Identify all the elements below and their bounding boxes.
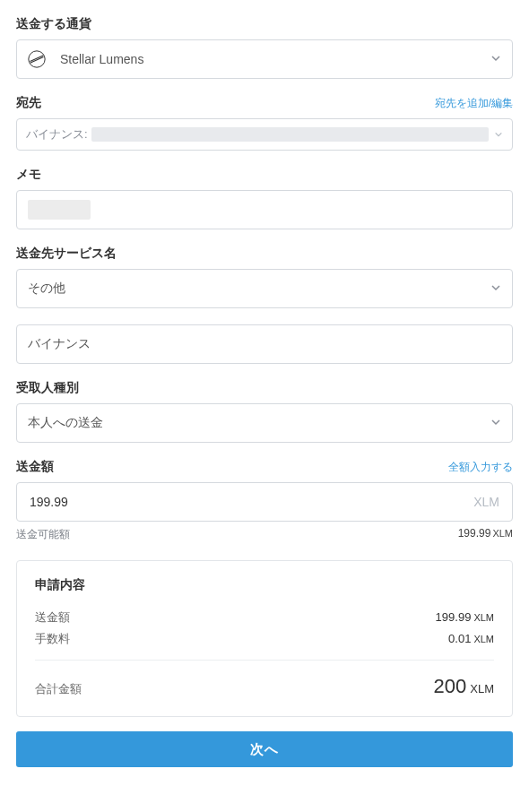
chevron-down-icon [490,281,501,297]
service-selected: その他 [28,281,490,297]
svg-point-0 [29,51,45,67]
amount-input[interactable] [30,495,473,509]
memo-input[interactable] [16,190,513,229]
memo-section: メモ [16,167,513,229]
amount-section: 送金額 全額入力する XLM 送金可能額 199.99XLM [16,459,513,542]
summary-send-label: 送金額 [35,609,70,626]
recipient-type-select[interactable]: 本人への送金 [16,403,513,443]
fill-all-link[interactable]: 全額入力する [448,460,513,475]
summary-fee-label: 手数料 [35,631,70,647]
edit-destination-link[interactable]: 宛先を追加/編集 [435,96,513,111]
recipient-type-selected: 本人への送金 [28,415,490,431]
destination-select[interactable]: バイナンス: [16,118,513,151]
memo-label: メモ [16,167,41,183]
summary-title: 申請内容 [35,577,494,593]
summary-fee-value: 0.01XLM [448,632,494,645]
destination-value-prefix: バイナンス: [26,126,88,143]
destination-section: 宛先 宛先を追加/編集 バイナンス: [16,95,513,151]
service-select[interactable]: その他 [16,269,513,308]
currency-section: 送金する通貨 Stellar Lumens [16,16,513,79]
available-balance-row: 送金可能額 199.99XLM [16,527,513,542]
service-custom-input[interactable]: バイナンス [16,324,513,364]
summary-card: 申請内容 送金額 199.99XLM 手数料 0.01XLM 合計金額 200X… [16,560,513,717]
amount-input-box[interactable]: XLM [16,482,513,522]
memo-value-redacted [28,200,91,220]
currency-label: 送金する通貨 [16,16,91,32]
summary-send-row: 送金額 199.99XLM [35,609,494,626]
summary-divider [35,660,494,661]
summary-total-row: 合計金額 200XLM [35,675,494,698]
currency-selected: Stellar Lumens [60,52,483,66]
service-custom-value: バイナンス [28,336,501,352]
summary-send-value: 199.99XLM [436,610,494,624]
chevron-down-icon [494,128,503,142]
destination-label: 宛先 [16,95,41,111]
destination-address-redacted [91,127,489,142]
recipient-type-label: 受取人種別 [16,380,79,396]
chevron-down-icon [490,415,501,431]
amount-label: 送金額 [16,459,54,475]
next-button[interactable]: 次へ [16,731,513,767]
summary-fee-row: 手数料 0.01XLM [35,631,494,647]
stellar-icon [28,50,46,68]
summary-total-label: 合計金額 [35,681,82,697]
service-section: 送金先サービス名 その他 バイナンス [16,246,513,364]
service-label: 送金先サービス名 [16,246,117,262]
chevron-down-icon [490,51,501,67]
amount-unit: XLM [473,495,499,509]
available-value: 199.99XLM [458,527,513,542]
summary-total-value: 200XLM [434,675,494,698]
available-label: 送金可能額 [16,527,70,542]
recipient-type-section: 受取人種別 本人への送金 [16,380,513,443]
currency-select[interactable]: Stellar Lumens [16,39,513,79]
